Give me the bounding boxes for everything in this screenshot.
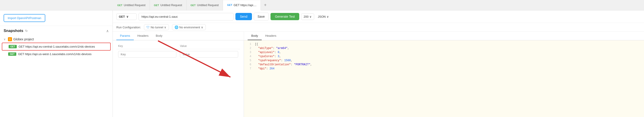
method-value: GET [119, 15, 125, 18]
sidebar-top: Import OpenAPI/Postman [0, 11, 112, 26]
params-table: Key Value [116, 43, 240, 59]
request-row-0[interactable]: GET GET https://api.eu-central-1.saucela… [2, 43, 111, 51]
tab-2-title: Untitled Request [160, 4, 182, 7]
request-0-method: GET [8, 45, 17, 48]
response-body: 1 [{ 2 "abiType": "arm64", 3 "apiLevel":… [244, 40, 644, 117]
tab-3-method: GET [190, 4, 196, 7]
params-header: Key Value [116, 43, 240, 49]
request-1-method: GET [8, 52, 16, 56]
tab-4-title: GET https://api.... [234, 4, 256, 7]
list-item: 5 "cpuFrequency": 1500, [247, 59, 641, 63]
response-panel: Body Headers 1 [{ 2 "abiType": "arm64", [244, 32, 644, 117]
refresh-icon[interactable]: ↻ [25, 29, 28, 33]
tab-4-method: GET [227, 4, 232, 6]
tab-body[interactable]: Body [152, 32, 166, 40]
status-select[interactable]: 200 ∨ [301, 13, 314, 20]
tab-params[interactable]: Params [116, 32, 134, 40]
request-1-url: GET https://api.us-west-1.saucelabs.com/… [18, 52, 92, 56]
line-num: 4 [247, 55, 251, 58]
line-content: "abiType": "arm64", [255, 47, 289, 50]
tab-3[interactable]: GET Untitled Request [186, 0, 223, 10]
main-area: Import OpenAPI/Postman Snapshots ↻ ∧ ∨ G… [0, 11, 644, 117]
line-num: 3 [247, 51, 251, 54]
tab-add-button[interactable]: + [261, 0, 270, 10]
format-value: JSON [318, 15, 326, 18]
request-tabs: Params Headers Body [113, 32, 244, 40]
line-content: "dpi": 264 [255, 67, 274, 70]
list-item: 7 "dpi": 264 [247, 67, 641, 71]
line-num: 6 [247, 63, 251, 66]
right-panel: GET ∨ Send Save Generate Test 200 ∨ JSON… [113, 11, 644, 117]
line-content: "cpuFrequency": 1500, [255, 59, 292, 62]
tab-bar: GET Untitled Request GET Untitled Reques… [0, 0, 644, 11]
params-section: Params Headers Body Key Value [113, 32, 244, 117]
resp-tab-body[interactable]: Body [248, 32, 262, 40]
content-area-wrapper: Params Headers Body Key Value [113, 32, 644, 117]
env-config[interactable]: 🌐 No environment ∨ [172, 24, 206, 30]
line-content: "apiLevel": 0, [255, 51, 281, 54]
line-content: "cpuCores": 3, [255, 55, 281, 58]
collapse-icon[interactable]: ∧ [106, 29, 109, 33]
line-num: 5 [247, 59, 251, 62]
key-input[interactable] [118, 51, 176, 58]
project-icon: G [8, 37, 12, 41]
tab-2-method: GET [154, 4, 159, 7]
tunnel-label: No tunnel [150, 26, 163, 29]
env-label: No environment [179, 26, 200, 29]
tunnel-shield-icon: 🛡 [146, 25, 150, 29]
url-input[interactable] [138, 13, 234, 20]
tunnel-chevron-icon: ∨ [164, 26, 166, 29]
request-0-url: GET https://api.eu-central-1.saucelabs.c… [18, 45, 95, 48]
save-button[interactable]: Save [254, 13, 269, 20]
snapshots-header: Snapshots ↻ ∧ [0, 26, 112, 35]
status-value: 200 [304, 15, 308, 18]
list-item: 2 "abiType": "arm64", [247, 46, 641, 50]
line-num: 1 [247, 43, 251, 46]
sidebar: Import OpenAPI/Postman Snapshots ↻ ∧ ∨ G… [0, 11, 113, 117]
list-item: 3 "apiLevel": 0, [247, 50, 641, 54]
list-item: 4 "cpuCores": 3, [247, 54, 641, 59]
request-row-1[interactable]: GET GET https://api.us-west-1.saucelabs.… [2, 51, 111, 58]
line-content: "defaultOrientation": "PORTRAIT", [255, 63, 312, 66]
url-bar-area: GET ∨ Send Save Generate Test 200 ∨ JSON… [113, 11, 644, 23]
params-body [116, 49, 240, 60]
list-item: 1 [{ [247, 42, 641, 46]
tab-headers[interactable]: Headers [134, 32, 152, 40]
col-key: Key [116, 43, 178, 49]
env-chevron-icon: ∨ [201, 26, 203, 29]
value-input[interactable] [180, 51, 238, 58]
tab-2[interactable]: GET Untitled Request [150, 0, 186, 10]
project-row[interactable]: ∨ G Globex project [2, 36, 111, 43]
method-select[interactable]: GET ∨ [116, 13, 137, 20]
tab-3-title: Untitled Request [197, 4, 219, 7]
tab-1-method: GET [117, 4, 122, 7]
table-row [116, 49, 240, 60]
format-chevron-icon: ∨ [327, 15, 329, 18]
list-item: 6 "defaultOrientation": "PORTRAIT", [247, 63, 641, 67]
import-button[interactable]: Import OpenAPI/Postman [4, 14, 45, 22]
tab-1-title: Untitled Request [124, 4, 146, 7]
run-config-bar: Run Configuration: 🛡 No tunnel ∨ 🌐 No en… [113, 23, 644, 32]
line-num: 2 [247, 47, 251, 50]
project-chevron-icon: ∨ [4, 38, 6, 41]
generate-test-button[interactable]: Generate Test [270, 13, 300, 20]
col-value: Value [178, 43, 240, 49]
line-content: [{ [255, 43, 258, 46]
tab-4[interactable]: GET GET https://api.... [223, 0, 261, 11]
method-chevron-icon: ∨ [126, 15, 128, 18]
snapshots-title-group: Snapshots ↻ [4, 29, 28, 33]
send-button[interactable]: Send [236, 13, 252, 20]
status-chevron-icon: ∨ [310, 15, 312, 18]
format-select[interactable]: JSON ∨ [316, 14, 331, 20]
snapshots-title: Snapshots [4, 29, 23, 33]
run-config-label: Run Configuration: [116, 26, 141, 29]
params-panel: Key Value [113, 40, 244, 117]
project-name: Globex project [13, 37, 34, 41]
env-globe-icon: 🌐 [174, 25, 178, 29]
resp-tab-headers[interactable]: Headers [262, 32, 280, 40]
tunnel-config[interactable]: 🛡 No tunnel ∨ [144, 24, 169, 30]
tab-1[interactable]: GET Untitled Request [113, 0, 150, 10]
line-num: 7 [247, 67, 251, 70]
sidebar-tree: ∨ G Globex project GET GET https://api.e… [0, 35, 112, 117]
response-tabs: Body Headers [244, 32, 644, 40]
